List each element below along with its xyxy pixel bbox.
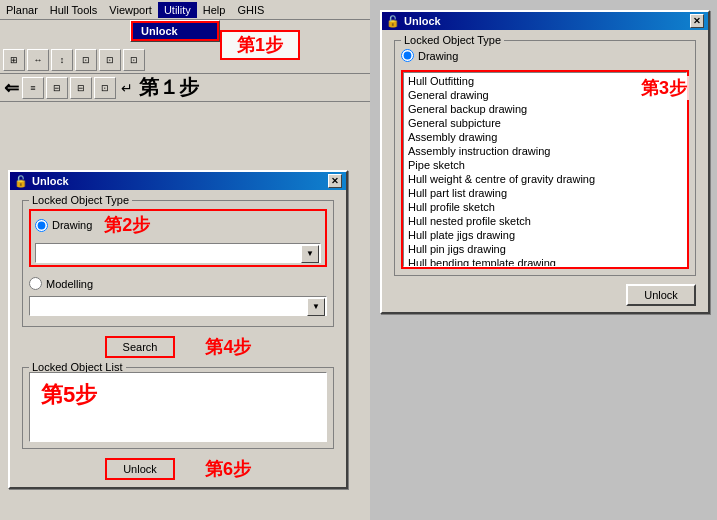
toolbar-icon-arrow: ⇐ xyxy=(2,77,21,99)
toolbar-row2: ⇐ ≡ ⊟ ⊟ ⊡ ↵ 第１步 xyxy=(0,74,370,102)
list-item[interactable]: General drawing xyxy=(405,88,685,102)
left-dialog-title: 🔓 Unlock xyxy=(14,175,69,188)
toolbar-icon-10[interactable]: ⊡ xyxy=(94,77,116,99)
right-unlock-area: Unlock xyxy=(388,284,702,306)
toolbar-icon-6[interactable]: ⊡ xyxy=(123,49,145,71)
unlock-dialog-left: 🔓 Unlock ✕ Locked Object Type Drawing 第2… xyxy=(8,170,348,489)
toolbar-separator: ↵ xyxy=(117,80,137,96)
right-drawing-radio[interactable] xyxy=(401,49,414,62)
list-item[interactable]: Hull part list drawing xyxy=(405,186,685,200)
left-dialog-titlebar: 🔓 Unlock ✕ xyxy=(10,172,346,190)
left-dialog-close[interactable]: ✕ xyxy=(328,174,342,188)
drawing-radio[interactable] xyxy=(35,219,48,232)
toolbar-icon-2[interactable]: ↔ xyxy=(27,49,49,71)
list-item[interactable]: Pipe sketch xyxy=(405,158,685,172)
step1-text: 第１步 xyxy=(137,74,201,101)
locked-object-type-group: Locked Object Type Drawing 第2步 xyxy=(22,200,334,327)
menu-planar[interactable]: Planar xyxy=(0,2,44,18)
right-locked-object-type-label: Locked Object Type xyxy=(401,34,504,46)
list-item[interactable]: Hull plate jigs drawing xyxy=(405,228,685,242)
list-item[interactable]: General backup drawing xyxy=(405,102,685,116)
list-item[interactable]: Hull Outfitting xyxy=(405,74,685,88)
right-dialog-titlebar: 🔓 Unlock ✕ xyxy=(382,12,708,30)
list-item[interactable]: Assembly drawing xyxy=(405,130,685,144)
right-drawing-listbox[interactable]: Hull OutfittingGeneral drawingGeneral ba… xyxy=(403,72,687,267)
right-list-container: Hull OutfittingGeneral drawingGeneral ba… xyxy=(401,70,689,269)
locked-object-listbox[interactable] xyxy=(29,372,327,442)
toolbar-icon-3[interactable]: ↕ xyxy=(51,49,73,71)
toolbar-icon-4[interactable]: ⊡ xyxy=(75,49,97,71)
radio-group: Drawing 第2步 Modelling xyxy=(29,205,327,320)
list-item[interactable]: Hull weight & centre of gravity drawing xyxy=(405,172,685,186)
list-item[interactable]: Assembly instruction drawing xyxy=(405,144,685,158)
search-area: Search 第4步 xyxy=(16,335,340,359)
toolbar-icon-7[interactable]: ≡ xyxy=(22,77,44,99)
right-dialog-title: 🔓 Unlock xyxy=(386,15,441,28)
modelling-select[interactable] xyxy=(29,296,327,316)
drawing-select-wrapper xyxy=(35,243,321,263)
menu-viewport[interactable]: Viewport xyxy=(103,2,158,18)
utility-dropdown: Unlock xyxy=(130,20,220,42)
menu-ghis[interactable]: GHIS xyxy=(231,2,270,18)
toolbar-icon-1[interactable]: ⊞ xyxy=(3,49,25,71)
modelling-label: Modelling xyxy=(46,278,93,290)
right-dialog-content: Locked Object Type Drawing Hull Outfitti… xyxy=(382,30,708,312)
menu-help[interactable]: Help xyxy=(197,2,232,18)
toolbar-icon-8[interactable]: ⊟ xyxy=(46,77,68,99)
menu-hull-tools[interactable]: Hull Tools xyxy=(44,2,104,18)
unlock-dialog-right: 🔓 Unlock ✕ Locked Object Type Drawing Hu… xyxy=(380,10,710,314)
locked-object-list-area: 第5步 xyxy=(29,372,327,442)
left-dialog-content: Locked Object Type Drawing 第2步 xyxy=(10,190,346,487)
drawing-section: Drawing 第2步 xyxy=(29,209,327,267)
list-item[interactable]: Hull nested profile sketch xyxy=(405,214,685,228)
unlock-menu-item[interactable]: Unlock xyxy=(131,21,219,41)
menu-utility[interactable]: Utility xyxy=(158,2,197,18)
list-item[interactable]: Hull pin jigs drawing xyxy=(405,242,685,256)
locked-object-list-group: Locked Object List 第5步 xyxy=(22,367,334,449)
right-locked-object-type-group: Locked Object Type Drawing Hull Outfitti… xyxy=(394,40,696,276)
right-drawing-radio-item: Drawing xyxy=(401,45,689,66)
drawing-label: Drawing xyxy=(52,219,92,231)
step4-label: 第4步 xyxy=(205,335,251,359)
right-dialog-close[interactable]: ✕ xyxy=(690,14,704,28)
toolbar-row1: ⊞ ↔ ↕ ⊡ ⊡ ⊡ xyxy=(0,46,370,74)
locked-object-type-label: Locked Object Type xyxy=(29,194,132,206)
right-unlock-button[interactable]: Unlock xyxy=(626,284,696,306)
modelling-radio[interactable] xyxy=(29,277,42,290)
left-unlock-button[interactable]: Unlock xyxy=(105,458,175,480)
modelling-radio-item: Modelling xyxy=(29,277,327,290)
list-item[interactable]: Hull bending template drawing xyxy=(405,256,685,267)
toolbar-icon-5[interactable]: ⊡ xyxy=(99,49,121,71)
toolbar-icon-9[interactable]: ⊟ xyxy=(70,77,92,99)
list-item[interactable]: General subpicture xyxy=(405,116,685,130)
drawing-radio-item: Drawing 第2步 xyxy=(35,213,321,237)
search-button[interactable]: Search xyxy=(105,336,176,358)
menubar: Planar Hull Tools Viewport Utility Help … xyxy=(0,0,370,20)
step2-label: 第2步 xyxy=(104,213,150,237)
list-item[interactable]: Hull profile sketch xyxy=(405,200,685,214)
modelling-select-wrapper xyxy=(29,296,327,316)
step6-label: 第6步 xyxy=(205,457,251,481)
unlock-button-area: Unlock 第6步 xyxy=(16,457,340,481)
drawing-select[interactable] xyxy=(35,243,321,263)
right-drawing-label: Drawing xyxy=(418,50,458,62)
